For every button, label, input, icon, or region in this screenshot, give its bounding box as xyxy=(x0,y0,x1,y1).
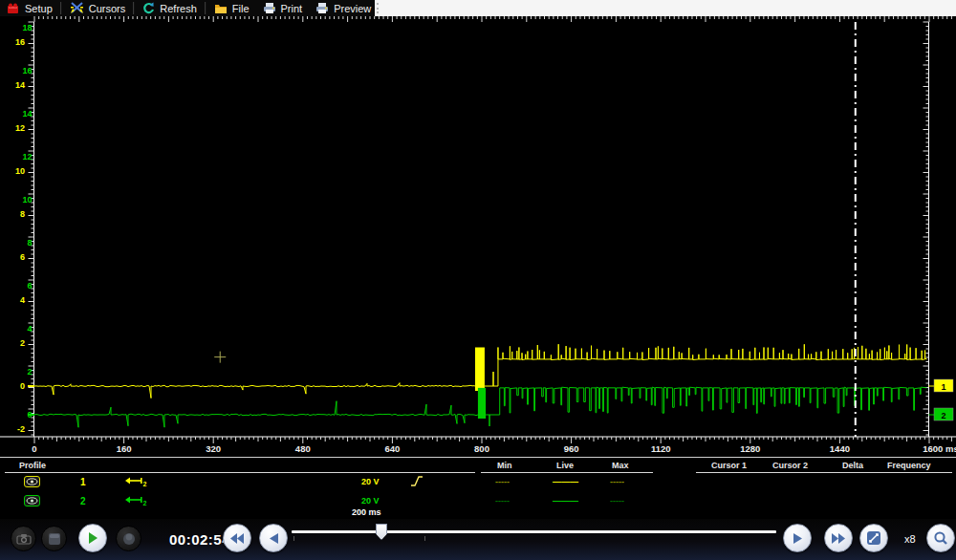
channel-1-visibility-button[interactable] xyxy=(24,476,40,487)
channel-2-max-value: ----- xyxy=(610,496,624,506)
svg-text:2: 2 xyxy=(27,367,32,377)
cursors-icon xyxy=(70,2,84,14)
svg-text:-2: -2 xyxy=(17,424,25,434)
svg-text:160: 160 xyxy=(117,443,132,454)
toolbar-separator xyxy=(205,2,206,14)
svg-text:1: 1 xyxy=(941,382,945,392)
svg-text:0: 0 xyxy=(32,443,36,454)
measurement-panel: Profile Min Live Max Cursor 1 Cursor 2 D… xyxy=(0,457,956,519)
elapsed-time-display: 00:02:540 xyxy=(169,531,270,548)
refresh-label: Refresh xyxy=(160,3,197,14)
channel-2-range[interactable]: 20 V xyxy=(361,496,380,506)
svg-text:2: 2 xyxy=(143,481,147,487)
folder-icon xyxy=(214,3,228,14)
svg-text:8: 8 xyxy=(20,209,25,219)
svg-text:10: 10 xyxy=(15,166,25,176)
cursors-underline xyxy=(696,472,952,473)
preview-button[interactable]: Preview xyxy=(309,1,378,16)
svg-text:2: 2 xyxy=(143,500,147,506)
channel-1-number: 1 xyxy=(80,477,86,487)
toolbar-drag-handle[interactable] xyxy=(377,3,380,13)
fast-forward-button[interactable] xyxy=(824,524,853,552)
snapshot-button[interactable] xyxy=(11,526,36,551)
rewind-icon xyxy=(229,532,245,545)
minmax-underline xyxy=(481,472,653,473)
stop-button[interactable] xyxy=(41,526,67,551)
camera-icon xyxy=(16,533,32,545)
svg-text:4: 4 xyxy=(27,324,32,334)
print-button[interactable]: Print xyxy=(256,1,310,16)
cursors-button[interactable]: Cursors xyxy=(63,1,133,16)
play-icon xyxy=(86,531,99,545)
stop-icon xyxy=(49,533,60,545)
channel-1-live-value: ——— xyxy=(553,477,578,486)
preview-label: Preview xyxy=(334,3,371,14)
zoom-button[interactable] xyxy=(926,524,955,552)
delta-column-header: Delta xyxy=(842,461,863,470)
svg-text:4: 4 xyxy=(20,295,25,305)
expand-icon xyxy=(866,530,881,546)
svg-text:960: 960 xyxy=(564,443,579,454)
svg-text:480: 480 xyxy=(295,443,311,454)
channel-1-range[interactable]: 20 V xyxy=(361,477,380,486)
scope-setup-icon xyxy=(7,3,20,14)
cursors-label: Cursors xyxy=(89,3,126,14)
step-forward-button[interactable] xyxy=(783,524,812,552)
profile-header: Profile xyxy=(19,461,46,470)
timeline-slider-thumb[interactable] xyxy=(376,524,387,540)
toolbar-separator xyxy=(133,2,135,14)
toolbar-button-group: Setup Cursors Refr xyxy=(0,0,375,16)
svg-text:16: 16 xyxy=(22,66,32,75)
eye-icon xyxy=(26,497,38,505)
zoom-factor-label: x8 xyxy=(904,533,916,545)
channel-2-number: 2 xyxy=(80,496,86,506)
svg-text:320: 320 xyxy=(206,443,221,454)
channel-2-marker-icon[interactable]: 2 xyxy=(122,495,147,506)
file-button[interactable]: File xyxy=(207,1,256,16)
svg-text:8: 8 xyxy=(27,238,32,248)
play-button[interactable] xyxy=(78,524,107,552)
slider-tick xyxy=(293,536,294,541)
svg-text:6: 6 xyxy=(27,281,32,291)
svg-text:800: 800 xyxy=(474,443,489,454)
refresh-button[interactable]: Refresh xyxy=(136,1,204,16)
min-column-header: Min xyxy=(497,461,512,470)
cursor2-column-header: Cursor 2 xyxy=(772,461,808,470)
channel-2-visibility-button[interactable] xyxy=(24,495,40,506)
svg-text:18: 18 xyxy=(22,23,32,32)
live-column-header: Live xyxy=(556,461,574,470)
profile-underline xyxy=(5,472,475,473)
printer-icon xyxy=(263,2,276,14)
next-icon xyxy=(793,532,803,545)
printer-preview-icon xyxy=(315,2,329,14)
svg-text:12: 12 xyxy=(15,123,25,133)
svg-text:2: 2 xyxy=(941,411,945,420)
waveform-plot-area[interactable]: 1614121086420-21816141210864200160320480… xyxy=(0,16,956,457)
timebase-label: 200 ms xyxy=(352,507,381,517)
waveform-plot[interactable]: 1614121086420-21816141210864200160320480… xyxy=(0,16,956,457)
setup-label: Setup xyxy=(25,3,53,14)
max-column-header: Max xyxy=(612,461,629,470)
rewind-button[interactable] xyxy=(223,524,251,552)
record-button[interactable] xyxy=(116,526,141,551)
previous-icon xyxy=(269,532,279,545)
slider-tick xyxy=(424,536,425,541)
fit-to-screen-button[interactable] xyxy=(859,524,888,552)
svg-text:16: 16 xyxy=(15,37,25,47)
svg-text:2: 2 xyxy=(20,338,25,348)
svg-text:14: 14 xyxy=(22,109,32,118)
scope-app-window: Setup Cursors Refr xyxy=(0,0,956,560)
svg-text:1120: 1120 xyxy=(651,443,671,454)
setup-button[interactable]: Setup xyxy=(0,1,59,16)
channel-1-marker-icon[interactable]: 2 xyxy=(122,476,147,487)
channel-1-min-value: ----- xyxy=(495,477,510,486)
timeline-slider-track[interactable] xyxy=(292,530,776,533)
magnifier-icon xyxy=(933,530,948,546)
channel-1-trigger-slope-icon[interactable] xyxy=(409,474,424,488)
refresh-icon xyxy=(142,2,155,14)
channel-2-min-value: ----- xyxy=(495,496,510,506)
svg-text:1280: 1280 xyxy=(740,443,760,454)
step-back-button[interactable] xyxy=(259,524,288,552)
frequency-column-header: Frequency xyxy=(887,461,931,470)
eye-icon xyxy=(26,478,38,485)
